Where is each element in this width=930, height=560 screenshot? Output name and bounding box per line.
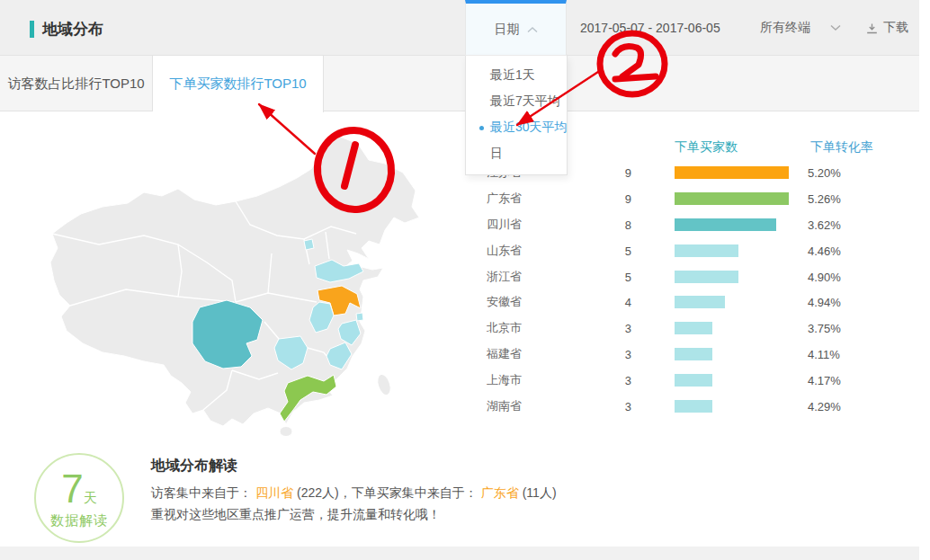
- chart-row: 山东省54.46%: [0, 237, 919, 263]
- province-label: 上海市: [487, 372, 522, 388]
- chart-row: 浙江省54.90%: [0, 263, 919, 289]
- chart-row: 四川省83.62%: [0, 212, 919, 238]
- insight-badge: 7天 数据解读: [34, 453, 124, 543]
- order-buyer-count: 9: [586, 166, 631, 180]
- province-label: 北京市: [487, 320, 522, 336]
- bar[interactable]: [675, 271, 738, 283]
- chart-row: 湖南省34.29%: [0, 393, 919, 419]
- conversion-rate: 3.62%: [808, 218, 841, 231]
- order-buyer-count: 5: [586, 244, 631, 257]
- bar[interactable]: [675, 400, 712, 413]
- insight-title: 地域分布解读: [151, 457, 237, 476]
- bar[interactable]: [675, 322, 712, 334]
- conversion-rate: 4.29%: [808, 399, 841, 413]
- bar[interactable]: [675, 218, 776, 231]
- chart-row: 广东省95.26%: [0, 186, 919, 212]
- insight-line1: 访客集中来自于：四川省(222人)，下单买家集中来自于：广东省(11人): [151, 485, 557, 502]
- conversion-rate: 5.20%: [808, 166, 841, 180]
- chart-row: 福建省34.11%: [0, 342, 919, 368]
- download-label: 下载: [883, 20, 908, 36]
- column-header-order-buyers: 下单买家数: [675, 139, 738, 156]
- page-title-wrap: 地域分布: [30, 19, 103, 40]
- footer-bar: [0, 547, 919, 560]
- order-buyer-count: 8: [586, 218, 631, 231]
- date-dropdown-menu: 最近1天最近7天平均最近30天平均日: [465, 56, 568, 175]
- insight-line2: 重视对这些地区重点推广运营，提升流量和转化哦！: [151, 507, 441, 523]
- bar[interactable]: [675, 192, 789, 205]
- date-range: 2017-05-07 - 2017-06-05: [580, 0, 720, 56]
- order-buyer-count: 5: [586, 270, 631, 283]
- header: 地域分布 日期 2017-05-07 - 2017-06-05 所有终端 下载: [0, 0, 919, 56]
- bar-chart: 江苏省95.20%广东省95.26%四川省83.62%山东省54.46%浙江省5…: [0, 160, 919, 419]
- badge-days: 7天: [61, 469, 96, 509]
- tab-order-buyers-top10[interactable]: 下单买家数排行TOP10: [153, 56, 324, 112]
- conversion-rate: 4.94%: [808, 296, 841, 309]
- chart-row: 安徽省44.94%: [0, 289, 919, 316]
- chart-row: 江苏省95.20%: [0, 160, 919, 186]
- bar[interactable]: [675, 166, 789, 179]
- terminal-filter[interactable]: 所有终端: [760, 0, 841, 56]
- right-gutter: [919, 0, 930, 560]
- province-label: 山东省: [487, 243, 522, 259]
- conversion-rate: 4.11%: [808, 347, 840, 360]
- insight-text: 访客集中来自于：: [151, 485, 252, 500]
- date-option-1[interactable]: 最近7天平均: [466, 88, 567, 114]
- bar[interactable]: [675, 348, 712, 360]
- chevron-down-icon: [830, 24, 841, 31]
- order-buyer-count: 4: [586, 296, 631, 309]
- order-buyer-count: 3: [586, 322, 631, 335]
- bar[interactable]: [675, 296, 725, 308]
- order-buyer-count: 3: [586, 347, 631, 360]
- province-label: 安徽省: [487, 294, 522, 310]
- province-label: 广东省: [487, 191, 522, 207]
- conversion-rate: 4.90%: [808, 270, 841, 283]
- conversion-rate: 4.46%: [808, 244, 841, 257]
- chart-row: 上海市34.17%: [0, 367, 919, 393]
- column-header-conversion-rate: 下单转化率: [810, 139, 873, 156]
- insight-highlight-province[interactable]: 四川省: [255, 485, 293, 500]
- date-option-2[interactable]: 最近30天平均: [466, 114, 567, 140]
- insight-text: (11人): [523, 485, 557, 500]
- province-label: 浙江省: [487, 269, 522, 285]
- conversion-rate: 5.26%: [808, 192, 841, 206]
- tab-bar: 访客数占比排行TOP10 下单买家数排行TOP10: [0, 56, 919, 111]
- province-label: 四川省: [487, 217, 522, 233]
- bar[interactable]: [675, 244, 738, 257]
- insight-highlight-province[interactable]: 广东省: [481, 485, 519, 500]
- chevron-up-icon: [527, 26, 538, 33]
- order-buyer-count: 3: [586, 399, 631, 413]
- tab-visitor-ratio-top10[interactable]: 访客数占比排行TOP10: [0, 56, 153, 111]
- order-buyer-count: 3: [586, 373, 631, 387]
- page-title: 地域分布: [42, 19, 103, 40]
- download-icon: [866, 22, 878, 34]
- map-hainan-island: [280, 427, 292, 437]
- date-option-3[interactable]: 日: [466, 140, 567, 166]
- province-label: 湖南省: [487, 398, 522, 414]
- date-option-0[interactable]: 最近1天: [466, 62, 567, 88]
- date-filter-label: 日期: [495, 22, 520, 38]
- conversion-rate: 4.17%: [808, 373, 841, 387]
- order-buyer-count: 9: [586, 192, 631, 206]
- bar[interactable]: [675, 374, 712, 387]
- title-accent-bar: [30, 21, 34, 38]
- chart-row: 北京市33.75%: [0, 316, 919, 342]
- insight-text: (222人)，下单买家集中来自于：: [297, 485, 478, 500]
- conversion-rate: 3.75%: [808, 322, 841, 335]
- date-filter-toggle[interactable]: 日期: [465, 0, 567, 56]
- badge-subtitle: 数据解读: [50, 512, 108, 529]
- terminal-filter-label: 所有终端: [760, 20, 810, 36]
- province-label: 福建省: [487, 346, 522, 362]
- download-button[interactable]: 下载: [866, 0, 908, 56]
